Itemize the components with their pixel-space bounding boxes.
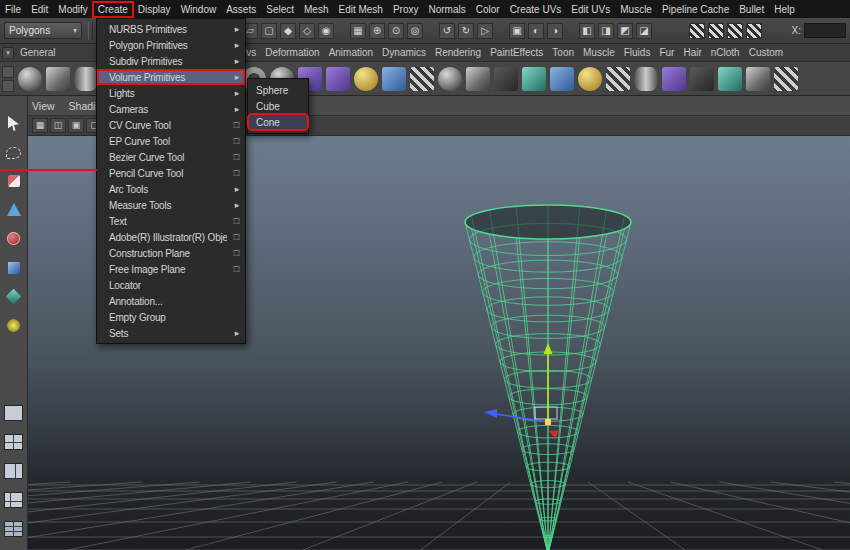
- layout-multi-pane-button[interactable]: [2, 517, 26, 541]
- layout-two-pane-button[interactable]: [2, 459, 26, 483]
- shelf-icon-17[interactable]: [466, 67, 490, 91]
- shelf-tab[interactable]: Animation: [329, 47, 373, 58]
- shelf-icon-23[interactable]: [634, 67, 658, 91]
- shelf-icon-20[interactable]: [550, 67, 574, 91]
- menubar-item[interactable]: Pipeline Cache: [657, 2, 734, 17]
- shelf-icon-14[interactable]: [382, 67, 406, 91]
- shelf-icon-21[interactable]: [578, 67, 602, 91]
- select-rays-icon[interactable]: ◉: [318, 23, 334, 39]
- polygon-cylinder-icon[interactable]: [74, 67, 98, 91]
- layout-four-pane-button[interactable]: [2, 430, 26, 454]
- shelf-tab[interactable]: PaintEffects: [490, 47, 543, 58]
- create-menu-item[interactable]: Text □: [97, 213, 245, 229]
- shelf-icon-13[interactable]: [354, 67, 378, 91]
- history-on-icon[interactable]: ↺: [439, 23, 455, 39]
- create-menu-item[interactable]: Construction Plane □: [97, 245, 245, 261]
- menubar-item[interactable]: Proxy: [388, 2, 424, 17]
- snap-curve-icon[interactable]: ⊕: [369, 23, 385, 39]
- shelf-edit-icon[interactable]: [2, 80, 14, 92]
- menubar-item[interactable]: Select: [261, 2, 299, 17]
- camera-attributes-icon[interactable]: ▣: [68, 118, 84, 133]
- menubar-item[interactable]: Mesh: [299, 2, 333, 17]
- menu-item-glyph-icon[interactable]: □: [227, 248, 239, 258]
- snap-grid-icon[interactable]: ▦: [350, 23, 366, 39]
- create-menu-item[interactable]: Free Image Plane □: [97, 261, 245, 277]
- render-settings-icon[interactable]: ◑: [547, 23, 563, 39]
- menubar-item[interactable]: Display: [133, 2, 176, 17]
- menu-item-glyph-icon[interactable]: ▸: [227, 200, 239, 210]
- checker-swatch-3-icon[interactable]: [727, 23, 743, 39]
- universal-manipulator-tool[interactable]: [2, 286, 26, 310]
- snap-point-icon[interactable]: ⊙: [388, 23, 404, 39]
- menu-item-glyph-icon[interactable]: □: [227, 120, 239, 130]
- texture-panel-icon[interactable]: ◨: [598, 23, 614, 39]
- shelf-tab[interactable]: Dynamics: [382, 47, 426, 58]
- shelf-icon-26[interactable]: [718, 67, 742, 91]
- scale-tool[interactable]: [2, 257, 26, 281]
- menubar-item[interactable]: Create UVs: [505, 2, 567, 17]
- highlight-selection-icon[interactable]: ◇: [299, 23, 315, 39]
- soft-modification-tool[interactable]: [2, 315, 26, 339]
- menubar-item[interactable]: Assets: [221, 2, 261, 17]
- polygon-sphere-icon[interactable]: [18, 67, 42, 91]
- shelf-tab[interactable]: Custom: [749, 47, 783, 58]
- render-current-frame-icon[interactable]: ▣: [509, 23, 525, 39]
- shelf-icon-18[interactable]: [494, 67, 518, 91]
- menu-item-glyph-icon[interactable]: ▸: [227, 24, 239, 34]
- play-construction-icon[interactable]: ▷: [477, 23, 493, 39]
- create-menu-item[interactable]: NURBS Primitives ▸: [97, 21, 245, 37]
- create-menu-item[interactable]: Subdiv Primitives ▸: [97, 53, 245, 69]
- shelf-icon-19[interactable]: [522, 67, 546, 91]
- menubar-item[interactable]: Color: [471, 2, 505, 17]
- create-menu-item[interactable]: CV Curve Tool □: [97, 117, 245, 133]
- menubar-item[interactable]: Bullet: [734, 2, 769, 17]
- shelf-tab-menu-icon[interactable]: ▾: [2, 47, 14, 59]
- submenu-item[interactable]: Cube: [248, 98, 308, 114]
- lasso-select-tool[interactable]: [2, 141, 26, 165]
- shelf-icon-25[interactable]: [690, 67, 714, 91]
- create-menu-item[interactable]: Arc Tools ▸: [97, 181, 245, 197]
- create-menu-item[interactable]: Pencil Curve Tool □: [97, 165, 245, 181]
- shelf-tab[interactable]: Hair: [683, 47, 701, 58]
- x-coordinate-input[interactable]: [804, 23, 846, 38]
- shading-panel-icon[interactable]: ◪: [636, 23, 652, 39]
- shelf-tab[interactable]: General: [20, 47, 56, 58]
- menu-item-glyph-icon[interactable]: □: [227, 264, 239, 274]
- menu-item-glyph-icon[interactable]: ▸: [227, 104, 239, 114]
- select-object-icon[interactable]: ▢: [261, 23, 277, 39]
- create-menu-item[interactable]: Annotation...: [97, 293, 245, 309]
- menubar-item[interactable]: Edit: [26, 2, 53, 17]
- checker-swatch-4-icon[interactable]: [746, 23, 762, 39]
- shelf-icon-24[interactable]: [662, 67, 686, 91]
- menu-item-glyph-icon[interactable]: □: [227, 216, 239, 226]
- menubar-item[interactable]: Edit Mesh: [333, 2, 387, 17]
- light-panel-icon[interactable]: ◩: [617, 23, 633, 39]
- create-menu-item[interactable]: Adobe(R) Illustrator(R) Object... □: [97, 229, 245, 245]
- submenu-item[interactable]: Cone: [248, 114, 308, 130]
- menu-item-glyph-icon[interactable]: ▸: [227, 40, 239, 50]
- menubar-item[interactable]: Create: [93, 2, 133, 17]
- menu-item-glyph-icon[interactable]: ▸: [227, 56, 239, 66]
- select-component-icon[interactable]: ◆: [280, 23, 296, 39]
- checker-swatch-2-icon[interactable]: [708, 23, 724, 39]
- create-menu-item[interactable]: Empty Group: [97, 309, 245, 325]
- menubar-item[interactable]: Window: [176, 2, 222, 17]
- shelf-icon-15[interactable]: [410, 67, 434, 91]
- menu-set-dropdown[interactable]: Polygons ▾: [4, 22, 82, 39]
- shelf-tab[interactable]: Deformation: [265, 47, 319, 58]
- menu-item-glyph-icon[interactable]: □: [227, 136, 239, 146]
- history-off-icon[interactable]: ↻: [458, 23, 474, 39]
- menubar-item[interactable]: Edit UVs: [566, 2, 615, 17]
- menu-item-glyph-icon[interactable]: ▸: [227, 184, 239, 194]
- menu-item-glyph-icon[interactable]: ▸: [227, 72, 239, 82]
- layout-single-pane-button[interactable]: [2, 401, 26, 425]
- move-tool[interactable]: [2, 199, 26, 223]
- shelf-icon-16[interactable]: [438, 67, 462, 91]
- menubar-item[interactable]: File: [0, 2, 26, 17]
- shelf-icon-12[interactable]: [326, 67, 350, 91]
- snap-surface-icon[interactable]: ◎: [407, 23, 423, 39]
- shelf-icon-27[interactable]: [746, 67, 770, 91]
- create-menu-item[interactable]: Cameras ▸: [97, 101, 245, 117]
- checker-swatch-1-icon[interactable]: [689, 23, 705, 39]
- create-menu-item[interactable]: Lights ▸: [97, 85, 245, 101]
